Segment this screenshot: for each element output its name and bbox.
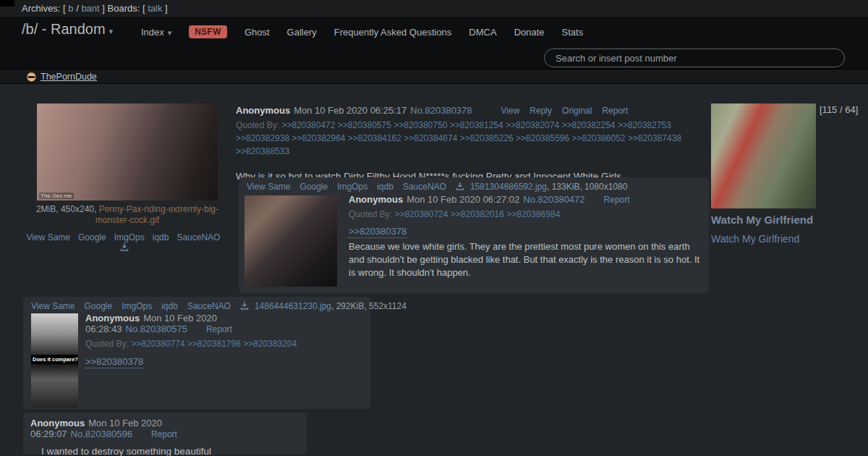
- file-name-link[interactable]: Penny-Pax-riding-extremly-big-monster-co…: [95, 204, 218, 225]
- post-author: Anonymous: [30, 418, 85, 428]
- iqdb-link[interactable]: iqdb: [377, 182, 393, 192]
- post-body: I wanted to destroy something beautiful: [41, 445, 299, 456]
- quoted-by-label: Quoted By:: [85, 339, 129, 349]
- archives-label: Archives: [: [22, 3, 68, 14]
- reply-backlink[interactable]: >>820380378: [349, 226, 407, 238]
- nav-stats[interactable]: Stats: [562, 27, 584, 38]
- post-content: Does it compare? AnonymousMon 10 Feb 202…: [23, 312, 370, 408]
- board-title-dropdown[interactable]: /b/ - Random▾: [22, 21, 113, 38]
- post-date: Mon 10 Feb 2020 06:27:02: [407, 194, 519, 205]
- nav-index[interactable]: Index▾: [141, 27, 171, 38]
- header-nav: Index▾ NSFW Ghost Gallery Frequently Ask…: [141, 17, 583, 47]
- view-same-link[interactable]: View Same: [27, 232, 70, 242]
- chevron-down-icon: ▾: [168, 28, 172, 37]
- view-same-link[interactable]: View Same: [31, 301, 75, 311]
- original-action[interactable]: Original: [562, 106, 592, 116]
- search-input[interactable]: [544, 48, 845, 67]
- post-number-link[interactable]: No.820380575: [126, 324, 187, 334]
- sidebar-ad-title[interactable]: Watch My Girlfriend: [711, 214, 813, 226]
- post-header: AnonymousMon 10 Feb 2020 06:27:02No.8203…: [349, 194, 700, 205]
- saucenao-link[interactable]: SauceNAO: [176, 232, 220, 242]
- op-file-caption: 2MiB, 450x240, Penny-Pax-riding-extremly…: [22, 204, 233, 226]
- post-column: AnonymousMon 10 Feb 2020 06:27:02No.8203…: [349, 194, 700, 287]
- op-post-header: AnonymousMon 10 Feb 2020 06:25:17No.8203…: [236, 105, 707, 116]
- file-meta: , 292KiB, 552x1124: [331, 301, 407, 311]
- reply-post-820380596: AnonymousMon 10 Feb 2020 06:29:07No.8203…: [23, 413, 307, 455]
- download-icon[interactable]: [456, 182, 464, 193]
- thread-stats: [115 / 64]: [820, 104, 858, 115]
- quoted-by-links[interactable]: >>820380724 >>820382016 >>820386984: [394, 209, 560, 219]
- nsfw-badge[interactable]: NSFW: [189, 25, 227, 38]
- quoted-by-row: Quoted By: >>820380472 >>820380575 >>820…: [236, 119, 707, 158]
- file-meta: , 133KiB, 1080x1080: [547, 182, 627, 192]
- op-media-links: View SameGoogleImgOpsiqdbSauceNAO: [22, 232, 233, 253]
- download-icon[interactable]: [120, 242, 129, 253]
- sidebar-ad-image[interactable]: [711, 104, 816, 208]
- separator: ]: [162, 3, 167, 14]
- boards-label: ] Boards: [: [100, 3, 148, 14]
- sidebar-ad-link[interactable]: Watch My Girlfriend: [711, 233, 799, 245]
- post-header: AnonymousMon 10 Feb 2020 06:29:07No.8203…: [30, 418, 299, 439]
- separator: /: [74, 3, 82, 14]
- post-thumbnail[interactable]: Does it compare?: [31, 313, 78, 408]
- op-actions: ViewReplyOriginalReport: [491, 106, 629, 116]
- nav-gallery[interactable]: Gallery: [287, 27, 317, 38]
- post-number-link[interactable]: No.820380596: [71, 428, 132, 439]
- board-title-label: /b/ - Random: [22, 21, 106, 37]
- imgops-link[interactable]: ImgOps: [114, 232, 145, 242]
- nav-dmca[interactable]: DMCA: [469, 27, 496, 38]
- sponsor-bar: ThePornDude: [0, 69, 868, 84]
- google-link[interactable]: Google: [299, 182, 328, 192]
- board-link-talk[interactable]: talk: [148, 3, 162, 14]
- nav-donate[interactable]: Donate: [514, 27, 545, 38]
- reply-link-row: >>820380378: [349, 226, 700, 238]
- imgops-link[interactable]: ImgOps: [122, 301, 152, 311]
- archives-bar: Archives: [ b / bant ] Boards: [ talk ]: [0, 0, 868, 17]
- post-date: Mon 10 Feb 2020 06:25:17: [294, 105, 407, 116]
- iqdb-link[interactable]: iqdb: [161, 301, 178, 311]
- quoted-by-label: Quoted By:: [236, 120, 279, 130]
- file-meta: 2MiB, 450x240,: [36, 204, 99, 214]
- post-column: AnonymousMon 10 Feb 2020 06:28:43No.8203…: [85, 313, 363, 408]
- view-same-link[interactable]: View Same: [247, 182, 290, 192]
- post-number-link[interactable]: No.820380472: [523, 194, 584, 205]
- post-thumbnail[interactable]: [244, 195, 337, 287]
- sponsor-link[interactable]: ThePornDude: [41, 72, 97, 82]
- file-row: View SameGoogleImgOpsiqdbSauceNAO1581304…: [239, 177, 709, 193]
- iqdb-link[interactable]: iqdb: [153, 232, 169, 242]
- nav-index-label: Index: [141, 27, 164, 38]
- site-header: /b/ - Random▾ Index▾ NSFW Ghost Gallery …: [0, 17, 868, 69]
- archive-link-bant[interactable]: bant: [81, 3, 99, 14]
- nav-faq[interactable]: Frequently Asked Questions: [334, 27, 452, 38]
- post-author: Anonymous: [85, 313, 140, 324]
- porndude-icon: [26, 71, 37, 82]
- post-body: Because we love white girls. They are th…: [349, 240, 700, 279]
- reply-action[interactable]: Reply: [529, 106, 552, 116]
- report-action[interactable]: Report: [206, 324, 232, 334]
- post-author: Anonymous: [349, 194, 403, 205]
- archive-page: { "colors": { "link_blue": "#6d89a8", "v…: [0, 0, 868, 456]
- report-action[interactable]: Report: [602, 106, 628, 116]
- report-action[interactable]: Report: [604, 195, 630, 205]
- report-action[interactable]: Report: [151, 429, 177, 439]
- quoted-by-label: Quoted By:: [349, 209, 392, 219]
- inline-quoted-post: View SameGoogleImgOpsiqdbSauceNAO1581304…: [239, 177, 709, 293]
- post-number-link[interactable]: No.820380378: [410, 105, 472, 116]
- op-thumbnail[interactable]: The-Sex.me: [37, 104, 218, 200]
- saucenao-link[interactable]: SauceNAO: [187, 301, 231, 311]
- google-link[interactable]: Google: [84, 301, 112, 311]
- image-watermark: The-Sex.me: [39, 193, 74, 199]
- view-action[interactable]: View: [501, 106, 520, 116]
- saucenao-link[interactable]: SauceNAO: [403, 182, 446, 192]
- file-name-link[interactable]: 1581304686592.jpg: [470, 182, 547, 192]
- google-link[interactable]: Google: [78, 232, 106, 242]
- download-icon[interactable]: [240, 301, 249, 312]
- file-name-link[interactable]: 1486444631230.jpg: [255, 301, 331, 311]
- imgops-link[interactable]: ImgOps: [337, 182, 367, 192]
- reply-backlink[interactable]: >>820380378: [85, 356, 143, 368]
- quoted-by-links[interactable]: >>820380472 >>820380575 >>820380750 >>82…: [236, 120, 681, 156]
- archive-link-b[interactable]: b: [68, 3, 73, 14]
- file-row: View SameGoogleImgOpsiqdbSauceNAO1486444…: [23, 297, 370, 312]
- quoted-by-links[interactable]: >>820380774 >>820381796 >>820383204: [131, 339, 297, 349]
- nav-ghost[interactable]: Ghost: [244, 27, 270, 38]
